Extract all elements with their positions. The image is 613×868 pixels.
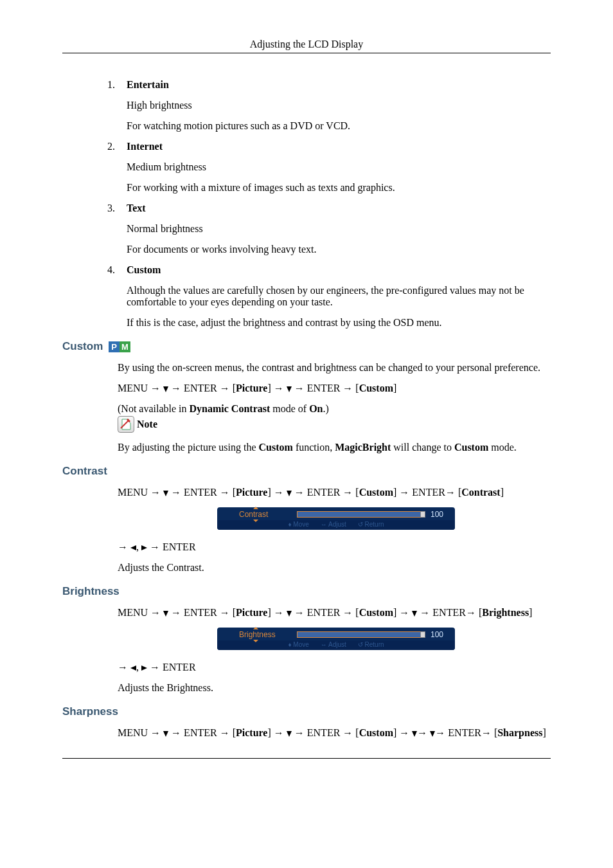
mode-title: Internet [127,141,163,152]
osd-top: Contrast 100 [217,507,455,520]
osd-bar-wrap: 100 [297,510,449,519]
mode-line: If this is the case, adjust the brightne… [127,317,551,329]
down-arrow-icon [163,386,168,392]
right-arrow-icon [141,545,147,550]
custom-intro: By using the on-screen menus, the contra… [118,362,551,374]
contrast-tail-path: → , → ENTER [118,541,551,553]
brightness-nav-path: MENU → → ENTER → [Picture] → → ENTER → [… [118,607,551,619]
osd-hint-adjust: ↔ Adjust [321,521,346,528]
down-arrow-icon [412,731,417,737]
custom-nav-path: MENU → → ENTER → [Picture] → → ENTER → [… [118,383,551,394]
section-heading-contrast: Contrast [62,465,551,478]
custom-not-available: (Not available in Dynamic Contrast mode … [118,403,551,415]
mode-line: Although the values are carefully chosen… [127,285,551,308]
left-arrow-icon [130,665,136,671]
heading-text: Custom [62,340,103,352]
mode-item-custom: Custom Although the values are carefully… [118,264,551,329]
mode-line: For working with a mixture of images suc… [127,182,551,194]
custom-note-body: By adjusting the picture using the Custo… [118,442,551,453]
mode-body: Normal brightness For documents or works… [127,223,551,255]
osd-hint-return: ↺ Return [358,521,384,528]
down-arrow-icon [163,491,168,496]
left-arrow-icon [130,545,136,550]
brightness-desc: Adjusts the Brightness. [118,682,551,694]
sharpness-nav-path: MENU → → ENTER → [Picture] → → ENTER → [… [118,727,551,739]
mode-body: Medium brightness For working with a mix… [127,161,551,194]
down-arrow-icon [430,731,435,737]
osd-brightness: Brightness 100 ♦ Move ↔ Adjust ↺ Return [217,628,455,650]
brightness-tail-path: → , → ENTER [118,662,551,673]
mode-body: Although the values are carefully chosen… [127,285,551,329]
mode-item-entertain: Entertain High brightness For watching m… [118,79,551,132]
osd-hint-return: ↺ Return [358,641,384,648]
mode-title: Text [127,203,146,213]
down-arrow-icon [412,611,417,617]
osd-value: 100 [431,630,449,639]
page-header-title: Adjusting the LCD Display [62,39,551,50]
down-arrow-icon [287,611,292,617]
section-heading-sharpness: Sharpness [62,705,551,718]
down-arrow-icon [163,611,168,617]
osd-slider[interactable] [297,511,425,518]
osd-hint-adjust: ↔ Adjust [321,641,346,648]
custom-content: By using the on-screen menus, the contra… [118,362,551,453]
sharpness-content: MENU → → ENTER → [Picture] → → ENTER → [… [118,727,551,739]
down-arrow-icon [287,386,292,392]
osd-slider-handle[interactable] [420,631,425,638]
osd-contrast: Contrast 100 ♦ Move ↔ Adjust ↺ Return [217,507,455,530]
osd-value: 100 [431,510,449,519]
contrast-content: MENU → → ENTER → [Picture] → → ENTER → [… [118,487,551,574]
mode-title: Entertain [127,79,169,90]
down-arrow-icon [287,731,292,737]
mode-item-internet: Internet Medium brightness For working w… [118,141,551,194]
mode-line: For documents or works involving heavy t… [127,244,551,255]
section-heading-custom: Custom P M [62,340,551,353]
p-icon: P [109,341,120,352]
note-label: Note [137,419,157,430]
mode-line: For watching motion pictures such as a D… [127,120,551,132]
mode-line: Medium brightness [127,161,551,173]
note-icon [118,416,134,433]
mode-line: High brightness [127,100,551,111]
down-arrow-icon [287,491,292,496]
contrast-nav-path: MENU → → ENTER → [Picture] → → ENTER → [… [118,487,551,498]
osd-bar-wrap: 100 [297,630,449,639]
mode-line: Normal brightness [127,223,551,235]
osd-hint-move: ♦ Move [288,521,308,528]
osd-label: Brightness [239,630,284,639]
section-heading-brightness: Brightness [62,585,551,598]
mode-title: Custom [127,264,161,275]
footer-rule [62,758,551,759]
osd-label: Contrast [239,510,284,519]
osd-slider[interactable] [297,631,425,638]
mode-list: Entertain High brightness For watching m… [118,79,551,329]
down-arrow-icon [163,731,168,737]
contrast-desc: Adjusts the Contrast. [118,562,551,574]
m-icon: M [120,341,130,352]
mode-body: High brightness For watching motion pict… [127,100,551,132]
osd-top: Brightness 100 [217,628,455,640]
pm-badge: P M [109,341,130,352]
osd-slider-handle[interactable] [420,511,425,518]
brightness-content: MENU → → ENTER → [Picture] → → ENTER → [… [118,607,551,694]
page: Adjusting the LCD Display Entertain High… [0,0,613,784]
right-arrow-icon [141,665,147,671]
header-rule [62,53,551,53]
mode-item-text: Text Normal brightness For documents or … [118,203,551,255]
osd-hint-move: ♦ Move [288,641,308,648]
note-row: Note [118,416,551,433]
